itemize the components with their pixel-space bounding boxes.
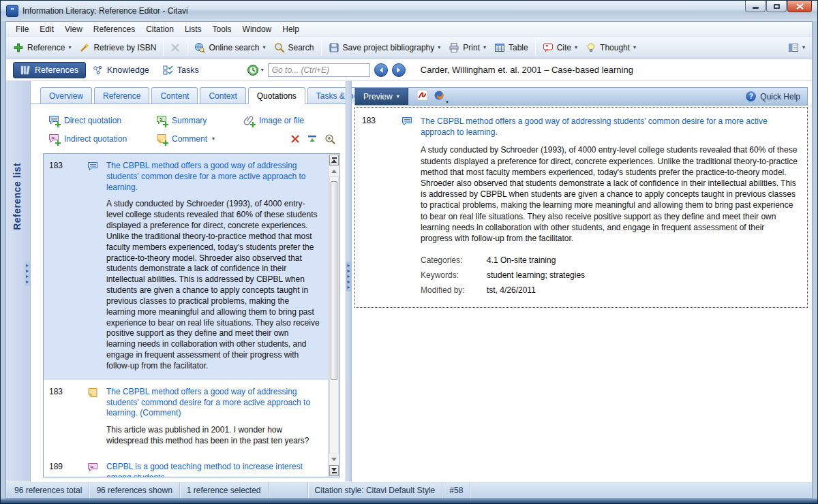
table-button[interactable]: Table [490,40,532,55]
comment-button[interactable]: Comment ▾ [156,133,243,144]
scroll-down-button[interactable] [329,454,339,464]
expand-pane-handle[interactable]: ▸ ▸ ▸ ▸ ▸ [346,262,351,292]
close-button[interactable] [787,1,812,12]
tab-content[interactable]: Content [151,87,198,104]
tab-context[interactable]: Context [200,87,245,104]
nav-tab-tasks[interactable]: Tasks [156,63,206,78]
cite-icon: ” [543,42,554,53]
meta-value-keywords: student learning; strategies [487,270,585,281]
nav-tab-knowledge[interactable]: Knowledge [86,63,156,78]
direct-quotation-icon [48,115,59,126]
tab-reference[interactable]: Reference [94,87,149,104]
table-icon [494,42,505,53]
scroll-to-first-button[interactable] [329,155,339,166]
search-button[interactable]: Search [270,40,318,55]
cite-button[interactable]: ” Cite ▾ [539,40,581,55]
print-button[interactable]: Print ▾ [444,40,490,55]
quick-help-button[interactable]: ? Quick Help [746,91,807,101]
preview-menu-button[interactable]: Preview ▾ [355,88,408,105]
svg-text:≈: ≈ [52,134,55,140]
quotation-title: CBPBL is a good teaching method to incre… [106,462,320,477]
save-bibliography-button[interactable]: Save project bibliography ▾ [324,40,445,55]
quotation-title: The CBPBL method offers a good way of ad… [106,387,320,419]
preview-header: Preview ▾ ▾ ? Quick Help [354,87,808,106]
forward-arrow-icon [396,67,402,74]
chevron-down-icon: ▾ [212,136,215,142]
quotation-list: 183 The CBPBL method offers a good way o… [43,153,340,477]
reference-list-label: Reference list [12,163,22,230]
expand-reference-list-handle[interactable]: ▸ ▸ ▸ ▸ [25,262,30,286]
scrollbar-thumb[interactable] [331,181,337,380]
scroll-up-button[interactable] [329,166,339,176]
preview-content: 183 The CBPBL method offers a good way o… [354,107,808,308]
toolbar-separator [535,40,536,55]
zoom-icon[interactable] [324,133,336,144]
direct-quotation-icon [87,161,98,172]
minimize-button[interactable] [745,1,766,12]
goto-input[interactable] [268,63,370,77]
menu-citation[interactable]: Citation [140,23,179,35]
indirect-quotation-button[interactable]: ≈ Indirect quotation [48,133,156,144]
menu-window[interactable]: Window [237,23,277,35]
indirect-quotation-icon: ≈ [48,133,59,144]
summary-button[interactable]: Σ Summary [156,115,243,126]
scrollbar-track[interactable] [329,176,339,454]
status-bar: 96 references total 96 references shown … [6,482,812,498]
comment-icon [87,388,98,398]
menu-references[interactable]: References [88,23,140,35]
delete-button[interactable] [166,41,184,54]
chevron-down-icon: ▾ [483,45,486,50]
open-in-browser-button[interactable]: ▾ [434,90,444,104]
preview-meta: Categories: 4.1 On-site training Keyword… [421,255,798,296]
quotation-list-scrollbar[interactable] [328,154,339,477]
add-reference-button[interactable]: Reference ▾ [9,40,75,55]
layout-icon [788,42,799,53]
maximize-button[interactable] [766,1,787,12]
menu-edit[interactable]: Edit [34,23,59,35]
quotation-text: This article was published in 2001. I wo… [106,425,320,447]
save-icon [329,42,339,53]
goto-history-button[interactable]: ▾ [247,64,264,76]
reference-tabs: Overview Reference Content Context Quota… [31,87,346,104]
quotation-text: A study conducted by Schroeder (1993), o… [106,199,320,371]
menu-tools[interactable]: Tools [207,23,237,35]
collapse-all-icon[interactable] [307,134,318,144]
reference-list-strip[interactable]: Reference list ▸ ▸ ▸ ▸ [6,81,31,482]
status-spacer [269,482,308,498]
quotations-pane: Overview Reference Content Context Quota… [31,81,346,482]
scroll-to-last-button[interactable] [329,465,339,476]
image-or-file-button[interactable]: Image or file [243,115,339,126]
minimize-icon [753,7,759,9]
tab-overview[interactable]: Overview [40,87,92,104]
status-citation-style[interactable]: Citation style: Citavi Default Style [308,482,443,498]
books-icon [20,65,31,75]
layout-options-button[interactable]: ▾ [784,40,809,55]
retrieve-by-isbn-button[interactable]: Retrieve by ISBN [75,40,160,55]
close-icon [796,3,804,10]
status-selected-references: 1 reference selected [180,482,269,498]
chevron-down-icon: ▾ [261,67,264,73]
direct-quotation-button[interactable]: Direct quotation [48,115,156,126]
menu-view[interactable]: View [59,23,88,35]
menu-help[interactable]: Help [277,23,305,35]
nav-tab-references[interactable]: References [13,62,86,78]
quotation-item[interactable]: 183 The CBPBL method offers a good way o… [44,380,328,455]
quotation-page: 183 [49,161,87,372]
quotation-item[interactable]: 183 The CBPBL method offers a good way o… [44,154,328,380]
chevron-down-icon: ▾ [68,45,71,50]
forward-button[interactable] [392,63,406,77]
open-pdf-button[interactable] [416,89,428,104]
tab-quotations[interactable]: Quotations [248,87,305,104]
thought-button[interactable]: Thought ▾ [581,40,640,55]
quotation-item[interactable]: 189 ≈ CBPBL is a good teaching method to… [44,455,328,477]
menu-file[interactable]: File [10,23,34,35]
search-icon [274,42,285,53]
menu-lists[interactable]: Lists [179,23,207,35]
back-button[interactable] [374,63,388,77]
quotation-toolbar: Direct quotation Σ Summary [31,104,346,152]
pane-splitter[interactable]: ▸ ▸ ▸ ▸ ▸ [346,81,352,482]
chevron-down-icon: ▾ [446,99,449,105]
delete-quotation-icon[interactable] [290,134,300,144]
online-search-button[interactable]: Online search ▾ [190,40,269,55]
meta-label-modified-by: Modified by: [421,285,487,296]
